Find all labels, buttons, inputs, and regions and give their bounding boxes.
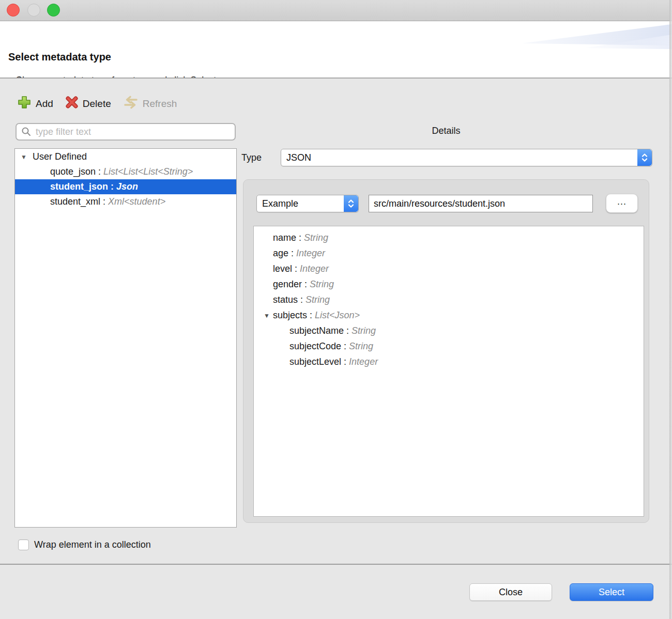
tree-item-user-defined[interactable]: ▼User Defined xyxy=(15,149,236,164)
details-heading: Details xyxy=(242,126,650,136)
wrap-collection-label: Wrap element in a collection xyxy=(34,539,151,550)
stepper-arrows-icon xyxy=(344,195,358,212)
field-row-name[interactable]: name : String xyxy=(254,230,644,245)
zoom-window-button[interactable] xyxy=(47,4,60,17)
field-row-status[interactable]: status : String xyxy=(254,292,644,307)
refresh-button-label: Refresh xyxy=(143,98,177,110)
example-path-input[interactable] xyxy=(369,195,593,212)
tree-item-student-json[interactable]: student_json : Json xyxy=(15,179,236,194)
tree-item-student-xml[interactable]: student_xml : Xml<student> xyxy=(15,194,236,209)
field-row-subject-name[interactable]: subjectName : String xyxy=(254,323,644,338)
add-plus-icon xyxy=(17,95,32,113)
type-label: Type xyxy=(241,152,262,163)
delete-button[interactable]: Delete xyxy=(65,95,111,112)
search-icon xyxy=(21,127,32,137)
field-row-subject-code[interactable]: subjectCode : String xyxy=(254,338,644,354)
delete-button-label: Delete xyxy=(83,98,111,110)
page-subtitle: Choose metadata type from tree and click… xyxy=(16,75,216,79)
field-row-level[interactable]: level : Integer xyxy=(254,261,644,276)
browse-button[interactable]: ... xyxy=(606,194,638,213)
disclosure-triangle-icon[interactable]: ▼ xyxy=(264,308,273,323)
add-button-label: Add xyxy=(36,98,53,110)
disclosure-triangle-icon[interactable]: ▼ xyxy=(21,150,29,165)
example-dropdown[interactable]: Example xyxy=(256,195,359,212)
field-row-subject-level[interactable]: subjectLevel : Integer xyxy=(254,354,644,369)
minimize-window-button[interactable] xyxy=(27,4,40,17)
stepper-arrows-icon xyxy=(637,149,652,166)
filter-field xyxy=(16,123,236,141)
refresh-arrows-icon xyxy=(123,95,139,112)
window-edge xyxy=(669,0,672,619)
close-button[interactable]: Close xyxy=(469,583,552,601)
dialog-header: Select metadata type Choose metadata typ… xyxy=(0,21,672,79)
tree-item-quote-json[interactable]: quote_json : List<List<List<String> xyxy=(15,164,236,179)
refresh-button[interactable]: Refresh xyxy=(123,95,177,112)
filter-input[interactable] xyxy=(35,126,235,138)
field-row-gender[interactable]: gender : String xyxy=(254,276,644,292)
field-row-subjects[interactable]: ▼subjects : List<Json> xyxy=(254,307,644,323)
details-panel: Example ... name : String age : Integer … xyxy=(243,179,649,523)
footer-divider xyxy=(0,564,672,565)
dialog-select-metadata-type: Select metadata type Choose metadata typ… xyxy=(0,0,672,619)
delete-x-icon xyxy=(65,95,79,112)
metadata-tree: ▼User Defined quote_json : List<List<Lis… xyxy=(14,148,237,528)
select-button[interactable]: Select xyxy=(570,583,653,601)
wrap-collection-row: Wrap element in a collection xyxy=(18,539,151,550)
type-dropdown-value: JSON xyxy=(286,152,311,163)
close-window-button[interactable] xyxy=(7,4,20,17)
tree-toolbar: Add Delete Refresh xyxy=(17,95,177,113)
add-button[interactable]: Add xyxy=(17,95,53,113)
type-dropdown[interactable]: JSON xyxy=(281,149,652,166)
example-dropdown-value: Example xyxy=(262,198,298,209)
window-titlebar xyxy=(0,0,672,21)
json-structure-tree: name : String age : Integer level : Inte… xyxy=(253,226,644,517)
wrap-collection-checkbox[interactable] xyxy=(18,539,29,550)
page-title: Select metadata type xyxy=(8,51,111,63)
field-row-age[interactable]: age : Integer xyxy=(254,245,644,261)
